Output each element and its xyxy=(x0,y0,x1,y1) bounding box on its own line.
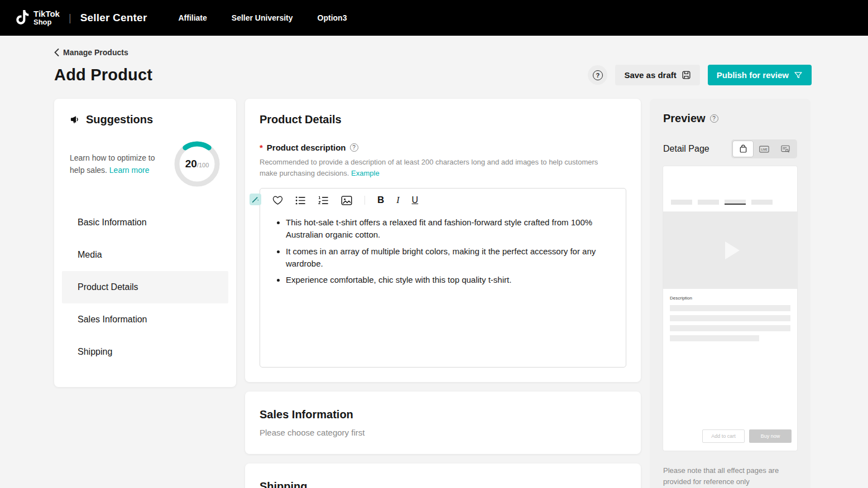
favorite-phrases-button[interactable] xyxy=(272,194,283,206)
sidebar-item-media[interactable]: Media xyxy=(62,239,228,271)
shipping-title: Shipping xyxy=(260,480,626,488)
example-link[interactable]: Example xyxy=(351,169,380,177)
svg-text:LIVE: LIVE xyxy=(761,148,768,151)
detail-page-label: Detail Page xyxy=(663,144,709,154)
score-total: /100 xyxy=(197,162,209,168)
magic-wand-icon xyxy=(252,196,259,203)
sidebar-item-shipping[interactable]: Shipping xyxy=(62,336,228,368)
preview-help-icon[interactable]: ? xyxy=(710,114,718,123)
sales-information-hint: Please choose category first xyxy=(260,428,626,437)
tiktok-shop-logo[interactable]: TikTok Shop xyxy=(16,9,60,26)
bullet-list-button[interactable] xyxy=(295,194,306,206)
save-as-draft-label: Save as draft xyxy=(624,70,676,80)
sidebar-item-sales-information[interactable]: Sales Information xyxy=(62,303,228,336)
description-textarea[interactable]: This hot-sale t-shirt offers a relaxed f… xyxy=(260,210,626,350)
score-ring: 20 /100 xyxy=(174,141,220,187)
preview-note: Please note that all effect pages are pr… xyxy=(663,465,797,487)
detail-page-toggle[interactable] xyxy=(732,141,754,157)
top-navigation: Affiliate Seller University Option3 xyxy=(178,13,347,22)
mockup-text-placeholder xyxy=(670,315,790,321)
description-bullet-list: This hot-sale t-shirt offers a relaxed f… xyxy=(275,216,609,286)
preview-panel: Preview ? Detail Page LIVE xyxy=(650,99,811,488)
insert-image-button[interactable] xyxy=(341,194,352,206)
seller-center-brand[interactable]: Seller Center xyxy=(80,12,147,24)
publish-for-review-button[interactable]: Publish for review xyxy=(708,65,812,85)
bullet-list-icon xyxy=(295,196,306,205)
ai-assistant-button[interactable] xyxy=(250,194,261,205)
sidebar-item-product-details[interactable]: Product Details xyxy=(62,271,228,303)
live-preview-toggle[interactable]: LIVE xyxy=(754,141,775,157)
mockup-description-label: Description xyxy=(663,289,797,305)
logo-text: TikTok Shop xyxy=(33,9,60,26)
sidebar-item-basic-information[interactable]: Basic Information xyxy=(62,206,228,239)
preview-title: Preview xyxy=(663,112,706,125)
mockup-tab-placeholder xyxy=(751,200,773,205)
funnel-icon xyxy=(794,71,803,80)
mockup-text-placeholder xyxy=(670,335,759,341)
suggestions-description: Learn how to optimize to help sales. Lea… xyxy=(70,152,164,177)
topbar: TikTok Shop | Seller Center Affiliate Se… xyxy=(0,0,868,36)
image-icon xyxy=(341,196,352,205)
toolbar-divider xyxy=(365,196,365,205)
page-content: Manage Products Add Product ? Save as dr… xyxy=(0,48,868,488)
score-label: 20 /100 xyxy=(174,141,220,187)
detail-page-mockup: Description Add to cart Buy now xyxy=(663,166,797,451)
mockup-text-placeholder xyxy=(670,305,790,311)
sales-information-card: Sales Information Please choose category… xyxy=(245,392,641,454)
suggestions-title: Suggestions xyxy=(86,113,153,126)
breadcrumb[interactable]: Manage Products xyxy=(54,48,812,57)
description-help-icon[interactable]: ? xyxy=(350,143,358,152)
description-bullet: Experience comfortable, chic style with … xyxy=(286,274,609,286)
required-asterisk: * xyxy=(260,143,263,152)
back-chevron-icon xyxy=(54,49,59,56)
description-editor: B I U This hot-sale t-shirt offers a rel… xyxy=(260,188,626,368)
preview-mode-toggle: LIVE xyxy=(731,139,797,158)
breadcrumb-label: Manage Products xyxy=(63,48,128,57)
save-icon xyxy=(682,70,691,80)
product-description-label: Product description xyxy=(267,143,346,152)
live-icon: LIVE xyxy=(759,145,769,153)
preview-controls: Detail Page LIVE xyxy=(663,139,797,158)
nav-affiliate[interactable]: Affiliate xyxy=(178,13,207,22)
shopping-bag-icon xyxy=(739,144,747,153)
editor-toolbar: B I U xyxy=(260,189,626,210)
middle-column: Product Details * Product description ? … xyxy=(245,99,641,488)
mockup-action-buttons: Add to cart Buy now xyxy=(702,429,792,443)
suggestions-summary: Learn how to optimize to help sales. Lea… xyxy=(54,141,236,187)
mockup-text-placeholder xyxy=(670,325,790,331)
nav-seller-university[interactable]: Seller University xyxy=(232,13,293,22)
play-icon xyxy=(725,241,740,259)
product-details-title: Product Details xyxy=(260,113,626,126)
logo-line1: TikTok xyxy=(33,9,60,18)
help-button[interactable]: ? xyxy=(588,65,607,85)
learn-more-link[interactable]: Learn more xyxy=(109,166,150,175)
italic-button[interactable]: I xyxy=(396,194,399,206)
megaphone-icon xyxy=(70,114,80,125)
header-actions: ? Save as draft Publish for review xyxy=(588,65,812,85)
main-columns: Suggestions Learn how to optimize to hel… xyxy=(54,99,812,488)
publish-label: Publish for review xyxy=(717,70,789,80)
save-as-draft-button[interactable]: Save as draft xyxy=(615,65,699,85)
numbered-list-button[interactable] xyxy=(318,194,329,206)
mockup-tab-placeholder xyxy=(671,200,692,205)
search-result-toggle[interactable] xyxy=(775,141,796,157)
mockup-tab-placeholder xyxy=(698,200,719,205)
description-bullet: It comes in an array of multiple bright … xyxy=(286,245,609,270)
page-header: Add Product ? Save as draft Publish for … xyxy=(54,65,812,85)
mockup-tab-placeholder-active xyxy=(725,200,746,205)
suggestions-header: Suggestions xyxy=(54,113,236,126)
score-value: 20 xyxy=(185,158,197,170)
product-description-label-row: * Product description ? xyxy=(260,143,626,152)
sales-information-title: Sales Information xyxy=(260,408,626,421)
heart-icon xyxy=(272,195,283,205)
numbered-list-icon xyxy=(318,196,329,205)
mockup-add-to-cart-button: Add to cart xyxy=(702,429,745,443)
suggestions-menu: Basic Information Media Product Details … xyxy=(54,206,236,368)
bold-button[interactable]: B xyxy=(377,194,384,206)
tiktok-note-icon xyxy=(16,10,29,25)
logo-divider: | xyxy=(69,12,71,24)
mockup-tab-bar xyxy=(663,166,797,205)
mockup-buy-now-button: Buy now xyxy=(749,429,792,443)
underline-button[interactable]: U xyxy=(412,194,419,206)
nav-option3[interactable]: Option3 xyxy=(318,13,347,22)
